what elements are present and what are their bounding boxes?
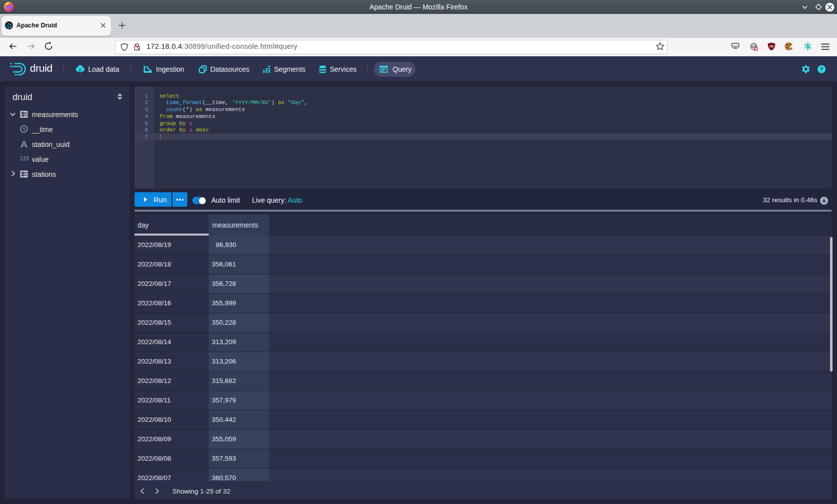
svg-text:?: ?: [820, 66, 823, 72]
svg-text:UO: UO: [769, 45, 774, 48]
